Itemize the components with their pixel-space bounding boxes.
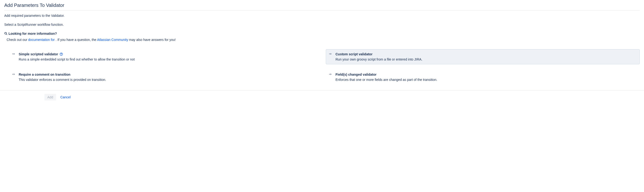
section-divider — [0, 90, 644, 90]
option-title: Simple scripted validator — [19, 52, 58, 56]
svg-point-5 — [329, 54, 330, 54]
select-prompt: Select a ScriptRunner workflow function. — [4, 22, 640, 27]
title-divider — [4, 10, 640, 10]
option-custom-script-validator[interactable]: Custom script validator Run your own gro… — [326, 49, 640, 64]
page-title: Add Parameters To Validator — [4, 2, 640, 10]
code-icon — [12, 72, 16, 76]
search-icon — [4, 32, 8, 35]
option-desc: Run your own groovy script from a file o… — [336, 57, 637, 62]
add-button[interactable]: Add — [44, 94, 56, 100]
info-middle: . If you have a question, the — [56, 38, 97, 42]
intro-text: Add required parameters to the Validator… — [4, 13, 640, 18]
option-desc: This validator enforces a comment is pro… — [19, 77, 320, 82]
info-body: Check out our documentation for . If you… — [4, 37, 640, 42]
documentation-link[interactable]: documentation for — [28, 38, 56, 42]
option-desc: Runs a simple embedded script to find ou… — [19, 57, 320, 62]
svg-point-7 — [329, 74, 330, 74]
community-link[interactable]: Atlassian Community — [97, 38, 128, 42]
cancel-button[interactable]: Cancel — [60, 94, 72, 100]
info-prefix: Check out our — [6, 38, 28, 42]
info-heading-text: Looking for more information? — [8, 31, 57, 36]
svg-line-1 — [6, 34, 7, 35]
action-bar: Add Cancel — [4, 94, 640, 100]
svg-point-2 — [12, 54, 13, 54]
info-suffix: may also have answers for you! — [128, 38, 176, 42]
option-desc: Enforces that one or more fields are cha… — [336, 77, 637, 82]
option-require-comment[interactable]: Require a comment on transition This val… — [9, 70, 323, 85]
code-icon — [12, 52, 16, 56]
svg-point-4 — [61, 55, 61, 55]
validator-options-grid: Simple scripted validator Runs a simple … — [4, 46, 640, 90]
svg-point-0 — [5, 32, 6, 34]
option-fields-changed-validator[interactable]: Field(s) changed validator Enforces that… — [326, 70, 640, 85]
code-icon — [329, 72, 333, 76]
option-simple-scripted-validator[interactable]: Simple scripted validator Runs a simple … — [9, 49, 323, 64]
option-title: Require a comment on transition — [19, 72, 70, 77]
help-icon[interactable] — [60, 52, 63, 56]
info-heading: Looking for more information? — [4, 31, 640, 36]
option-title: Field(s) changed validator — [336, 72, 376, 77]
code-icon — [329, 52, 333, 56]
option-title: Custom script validator — [336, 52, 372, 56]
svg-point-6 — [12, 74, 13, 74]
info-block: Looking for more information? Check out … — [4, 31, 640, 42]
